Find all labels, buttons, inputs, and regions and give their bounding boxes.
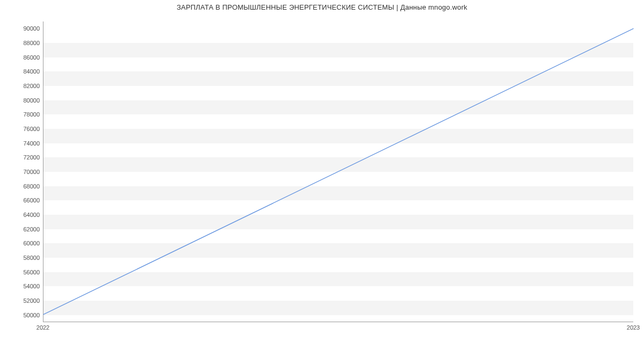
y-tick-label: 62000 xyxy=(2,226,40,232)
y-tick-label: 90000 xyxy=(2,25,40,32)
y-tick-label: 88000 xyxy=(2,40,40,46)
y-tick-label: 56000 xyxy=(2,269,40,275)
y-tick-label: 68000 xyxy=(2,183,40,190)
y-tick-label: 74000 xyxy=(2,140,40,147)
y-tick-label: 52000 xyxy=(2,297,40,304)
x-tick-label: 2023 xyxy=(627,324,640,331)
y-tick-label: 76000 xyxy=(2,126,40,132)
y-tick-label: 64000 xyxy=(2,212,40,218)
x-tick-label: 2022 xyxy=(36,324,49,331)
y-tick-label: 84000 xyxy=(2,68,40,75)
y-tick-label: 80000 xyxy=(2,97,40,104)
y-tick-label: 50000 xyxy=(2,312,40,318)
series-line xyxy=(43,21,633,322)
y-tick-label: 82000 xyxy=(2,83,40,89)
y-tick-label: 86000 xyxy=(2,54,40,61)
y-tick-label: 54000 xyxy=(2,283,40,289)
chart-title: ЗАРПЛАТА В ПРОМЫШЛЕННЫЕ ЭНЕРГЕТИЧЕСКИЕ С… xyxy=(0,3,644,11)
chart-container: ЗАРПЛАТА В ПРОМЫШЛЕННЫЕ ЭНЕРГЕТИЧЕСКИЕ С… xyxy=(0,0,644,349)
y-tick-label: 60000 xyxy=(2,240,40,246)
y-tick-label: 78000 xyxy=(2,111,40,118)
y-tick-label: 58000 xyxy=(2,255,40,261)
y-tick-label: 70000 xyxy=(2,169,40,175)
plot-area xyxy=(43,21,633,322)
y-tick-label: 66000 xyxy=(2,197,40,203)
y-tick-label: 72000 xyxy=(2,154,40,161)
